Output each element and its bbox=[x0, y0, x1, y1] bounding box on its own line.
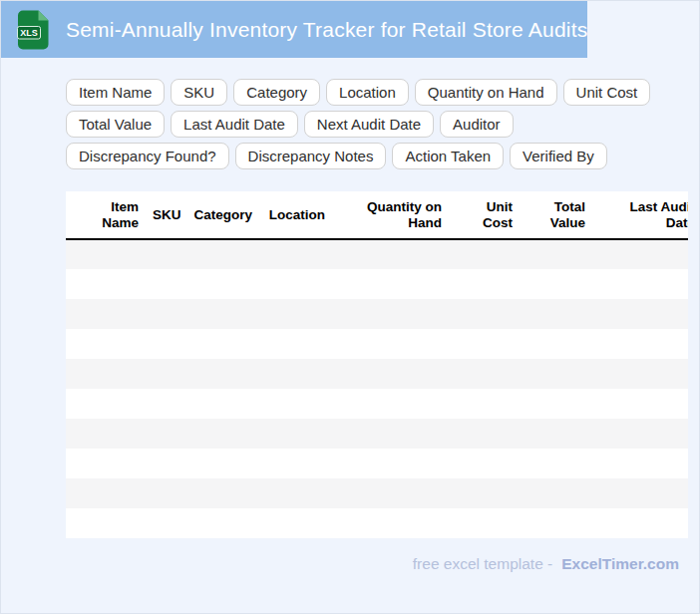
table-cell bbox=[259, 359, 332, 389]
table-cell bbox=[449, 508, 520, 538]
table-cell bbox=[259, 478, 332, 508]
table-cell bbox=[146, 299, 182, 329]
table-cell bbox=[146, 359, 182, 389]
table-cell bbox=[520, 389, 592, 419]
table-cell bbox=[332, 239, 449, 269]
table-cell bbox=[592, 329, 688, 359]
table-cell bbox=[520, 359, 592, 389]
field-chip-list: Item Name SKU Category Location Quantity… bbox=[66, 79, 656, 169]
column-header-last-audit-date: Last Audit Date bbox=[592, 191, 688, 239]
inventory-table: Item Name SKU Category Location Quantity… bbox=[66, 191, 688, 538]
column-header-location: Location bbox=[259, 191, 332, 239]
table-cell bbox=[66, 508, 146, 538]
field-chip-unit-cost[interactable]: Unit Cost bbox=[563, 79, 651, 106]
table-row bbox=[66, 508, 688, 538]
table-cell bbox=[449, 239, 520, 269]
table-cell bbox=[259, 299, 332, 329]
field-chip-verified-by[interactable]: Verified By bbox=[510, 143, 607, 169]
field-chip-last-audit-date[interactable]: Last Audit Date bbox=[171, 111, 298, 138]
table-cell bbox=[332, 329, 449, 359]
table-cell bbox=[592, 269, 688, 299]
table-cell bbox=[259, 269, 332, 299]
table-cell bbox=[520, 299, 592, 329]
field-chip-location[interactable]: Location bbox=[326, 79, 409, 106]
table-cell bbox=[520, 239, 592, 269]
column-header-sku: SKU bbox=[146, 191, 182, 239]
table-cell bbox=[332, 299, 449, 329]
field-chip-auditor[interactable]: Auditor bbox=[440, 111, 514, 138]
table-cell bbox=[182, 299, 259, 329]
table-cell bbox=[182, 508, 259, 538]
column-header-quantity-on-hand: Quantity on Hand bbox=[332, 191, 449, 239]
table-cell bbox=[332, 419, 449, 449]
table-cell bbox=[520, 508, 592, 538]
table-cell bbox=[520, 419, 592, 449]
table-row bbox=[66, 449, 688, 478]
table-cell bbox=[146, 389, 182, 419]
table-cell bbox=[592, 449, 688, 478]
table-cell bbox=[520, 329, 592, 359]
field-chip-next-audit-date[interactable]: Next Audit Date bbox=[304, 111, 434, 138]
table-cell bbox=[146, 269, 182, 299]
field-chip-discrepancy-found[interactable]: Discrepancy Found? bbox=[66, 143, 229, 169]
table-cell bbox=[592, 508, 688, 538]
table-row bbox=[66, 269, 688, 299]
table-cell bbox=[520, 478, 592, 508]
field-chip-discrepancy-notes[interactable]: Discrepancy Notes bbox=[235, 143, 387, 169]
footer: free excel template -ExcelTimer.com bbox=[1, 555, 679, 573]
footer-credit-text: free excel template - bbox=[413, 555, 552, 572]
table-cell bbox=[146, 478, 182, 508]
field-chip-total-value[interactable]: Total Value bbox=[66, 111, 165, 138]
field-chip-quantity-on-hand[interactable]: Quantity on Hand bbox=[415, 79, 557, 106]
table-cell bbox=[66, 299, 146, 329]
table-cell bbox=[146, 449, 182, 478]
table-row bbox=[66, 329, 688, 359]
table-cell bbox=[449, 269, 520, 299]
field-chip-sku[interactable]: SKU bbox=[171, 79, 227, 106]
table-cell bbox=[182, 449, 259, 478]
table-cell bbox=[332, 389, 449, 419]
table-cell bbox=[449, 359, 520, 389]
table-cell bbox=[592, 299, 688, 329]
table-cell bbox=[259, 449, 332, 478]
field-chip-item-name[interactable]: Item Name bbox=[66, 79, 165, 106]
table-header-row: Item Name SKU Category Location Quantity… bbox=[66, 191, 688, 239]
column-header-total-value: Total Value bbox=[520, 191, 592, 239]
table-row bbox=[66, 359, 688, 389]
table-cell bbox=[592, 239, 688, 269]
table-cell bbox=[592, 478, 688, 508]
table-cell bbox=[592, 389, 688, 419]
table-cell bbox=[66, 389, 146, 419]
table-cell bbox=[66, 478, 146, 508]
table-cell bbox=[182, 359, 259, 389]
table-cell bbox=[182, 329, 259, 359]
field-chip-category[interactable]: Category bbox=[233, 79, 320, 106]
table-cell bbox=[182, 478, 259, 508]
table-cell bbox=[66, 269, 146, 299]
table-cell bbox=[449, 478, 520, 508]
table-cell bbox=[146, 329, 182, 359]
table-cell bbox=[520, 449, 592, 478]
table-cell bbox=[449, 389, 520, 419]
table-cell bbox=[332, 449, 449, 478]
field-chip-action-taken[interactable]: Action Taken bbox=[392, 143, 504, 169]
inventory-table-body bbox=[66, 239, 688, 538]
table-cell bbox=[332, 478, 449, 508]
table-cell bbox=[332, 508, 449, 538]
table-cell bbox=[449, 449, 520, 478]
column-header-category: Category bbox=[182, 191, 259, 239]
table-cell bbox=[182, 419, 259, 449]
footer-brand-link[interactable]: ExcelTimer.com bbox=[561, 555, 679, 572]
table-cell bbox=[449, 299, 520, 329]
table-row bbox=[66, 478, 688, 508]
table-cell bbox=[449, 419, 520, 449]
column-header-item-name: Item Name bbox=[66, 191, 146, 239]
table-cell bbox=[146, 239, 182, 269]
inventory-table-viewport: Item Name SKU Category Location Quantity… bbox=[66, 191, 688, 538]
table-cell bbox=[520, 269, 592, 299]
table-row bbox=[66, 239, 688, 269]
title-bar: XLS Semi-Annually Inventory Tracker for … bbox=[1, 1, 587, 58]
page-title: Semi-Annually Inventory Tracker for Reta… bbox=[66, 18, 587, 42]
table-row bbox=[66, 299, 688, 329]
table-cell bbox=[259, 239, 332, 269]
